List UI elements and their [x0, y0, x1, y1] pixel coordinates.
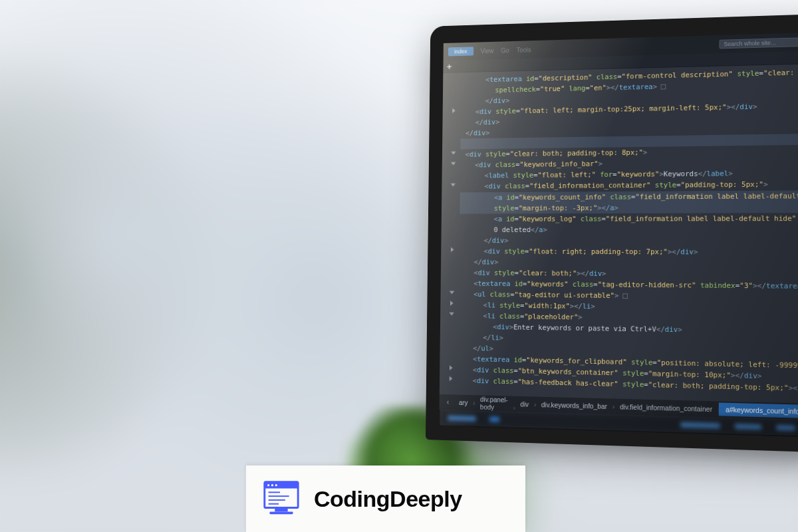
fold-icon[interactable]	[450, 301, 454, 306]
fold-icon[interactable]	[450, 291, 454, 294]
svg-point-3	[271, 484, 273, 486]
breadcrumb-item[interactable]: div.field_information_container	[613, 400, 719, 416]
code-line[interactable]: <div style="float: right; padding-top: 7…	[460, 246, 798, 258]
svg-point-2	[267, 484, 269, 486]
breadcrumb-back[interactable]: ‹	[443, 398, 453, 407]
new-tab-button[interactable]: +	[447, 61, 452, 71]
search-input[interactable]: Search whole site…	[719, 37, 798, 49]
fold-icon[interactable]	[449, 313, 454, 316]
code-line[interactable]: 0 deleted</a>	[460, 224, 798, 235]
brand-logo-icon	[261, 478, 302, 519]
breadcrumb-item[interactable]: ary	[453, 396, 474, 409]
active-tab[interactable]: index	[448, 47, 473, 56]
line-badge-icon	[622, 293, 628, 299]
breadcrumb-item[interactable]: div.keywords_info_bar	[535, 398, 613, 413]
line-badge-icon	[661, 84, 666, 90]
breadcrumb-item[interactable]: div	[514, 398, 535, 411]
fold-icon[interactable]	[450, 376, 453, 382]
svg-rect-1	[265, 482, 298, 489]
fold-icon[interactable]	[451, 162, 456, 166]
screen: index View Go Tools Search whole site… +…	[426, 14, 798, 453]
laptop: index View Go Tools Search whole site… +…	[412, 12, 798, 451]
fold-icon[interactable]	[451, 152, 456, 155]
fold-icon[interactable]	[452, 108, 456, 114]
code-editor[interactable]: <textarea id="description" class="form-c…	[440, 64, 798, 403]
breadcrumb-item[interactable]: a#keywords_count_info.field_inform	[719, 402, 798, 419]
svg-rect-10	[270, 511, 293, 514]
fold-icon[interactable]	[451, 247, 454, 252]
svg-rect-9	[275, 508, 287, 512]
code-line[interactable]: style="margin-top: -3px;"></a>	[460, 201, 798, 213]
brand-name: CodingDeeply	[314, 486, 462, 512]
fold-icon[interactable]	[450, 366, 453, 371]
menu-item[interactable]: Go	[501, 47, 509, 54]
menu-item[interactable]: View	[481, 47, 494, 55]
brand-card: CodingDeeply	[246, 466, 525, 532]
svg-point-4	[275, 484, 277, 486]
code-line[interactable]: </div>	[460, 235, 798, 246]
fold-icon[interactable]	[451, 184, 456, 187]
code-line[interactable]: <a id="keywords_log" class="field_inform…	[460, 213, 798, 225]
menu-item[interactable]: Tools	[517, 46, 531, 53]
